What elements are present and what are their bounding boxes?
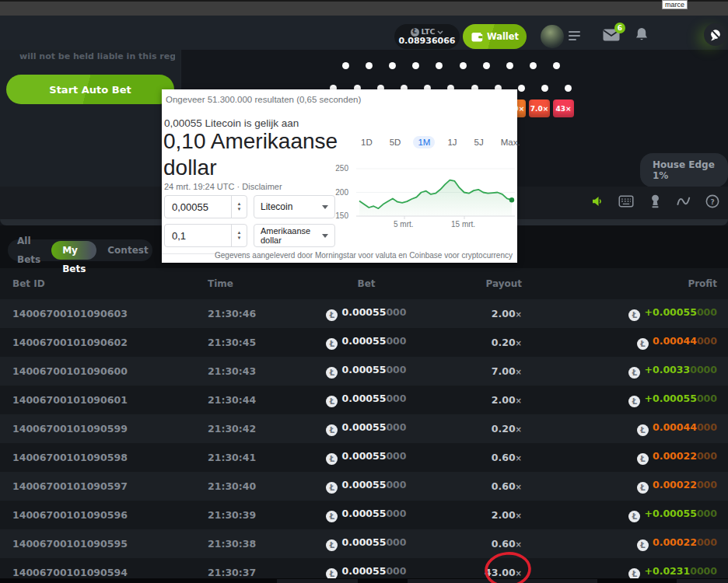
ltc-coin-icon: Ł	[628, 367, 640, 379]
sound-button[interactable]	[590, 194, 605, 209]
plinko-peg	[483, 62, 490, 69]
col-bet-id: Bet ID	[0, 278, 195, 289]
y-tick-250: 250	[334, 164, 348, 173]
plinko-peg	[518, 85, 525, 92]
chart-range-tab-1m[interactable]: 1M	[413, 136, 435, 148]
plinko-peg	[436, 62, 443, 69]
bet-id: 14006700101090594	[0, 567, 195, 578]
hotkeys-button[interactable]	[618, 194, 634, 209]
bets-table: Bet ID Time Bet Payout Profit 1400670010…	[0, 268, 728, 583]
bet-id: 14006700101090600	[0, 365, 195, 377]
bet-payout: 0.20×	[444, 337, 545, 348]
next-row-sliver	[0, 578, 728, 583]
bet-payout: 2.00×	[444, 308, 545, 319]
table-row[interactable]: 1400670010109059721:30:40Ł0.000550000.60…	[0, 472, 728, 501]
bet-time: 21:30:45	[195, 337, 289, 348]
plinko-peg	[565, 85, 572, 92]
spinner-to[interactable]: ▲▼	[231, 225, 247, 246]
chart-range-tab-1j[interactable]: 1J	[443, 136, 461, 148]
bet-profit: Ł+0.00055000	[545, 393, 728, 407]
avatar[interactable]	[541, 25, 564, 48]
unit-to-select[interactable]: Amerikaanse dollar	[254, 224, 335, 247]
table-row[interactable]: 1400670010109059921:30:42Ł0.000550000.20…	[0, 414, 728, 443]
table-row[interactable]: 1400670010109059521:30:38Ł0.000550000.60…	[0, 529, 728, 558]
spinner-from[interactable]: ▲▼	[231, 196, 247, 218]
wallet-button[interactable]: Wallet	[463, 24, 527, 49]
plinko-peg	[553, 62, 560, 69]
tab-my-bets[interactable]: My Bets	[51, 241, 96, 260]
live-stats-button[interactable]	[676, 194, 691, 209]
table-row[interactable]: 1400670010109059621:30:39Ł0.000550002.00…	[0, 501, 728, 529]
bet-payout: 0.20×	[444, 423, 545, 435]
bet-payout: 0.60×	[444, 538, 545, 550]
bet-payout: 7.00×	[444, 365, 545, 377]
chart-range-tab-max[interactable]: Max.	[496, 136, 525, 148]
bet-amount: Ł0.00055000	[289, 306, 444, 321]
bet-profit: Ł+0.00330000	[545, 364, 728, 379]
chart-range-tab-5j[interactable]: 5J	[470, 136, 488, 148]
ltc-coin-icon: Ł	[628, 309, 640, 321]
ltc-coin-icon: Ł	[637, 482, 649, 494]
disclaimer-link[interactable]: Disclaimer	[242, 182, 282, 191]
bet-amount: Ł0.00055000	[289, 393, 444, 407]
table-row[interactable]: 1400670010109059821:30:41Ł0.000550000.60…	[0, 443, 728, 472]
table-header-row: Bet ID Time Bet Payout Profit	[0, 268, 728, 299]
chart-range-tab-5d[interactable]: 5D	[385, 136, 406, 148]
bet-amount: Ł0.00055000	[289, 364, 444, 379]
house-edge-badge[interactable]: House Edge 1%	[640, 153, 728, 187]
currency-selector[interactable]: Ł LTC 0.08936066	[394, 24, 460, 49]
table-row[interactable]: 1400670010109060321:30:46Ł0.000550002.00…	[0, 299, 728, 328]
ltc-coin-icon: Ł	[411, 28, 419, 37]
multiplier-badge: 7.0×	[529, 99, 550, 117]
plinko-peg	[530, 62, 537, 69]
bet-amount: Ł0.00055000	[289, 421, 444, 436]
chat-toggle-button[interactable]	[704, 23, 726, 46]
amount-from-field[interactable]: ▲▼	[164, 195, 247, 218]
ltc-coin-icon: Ł	[628, 396, 640, 407]
ltc-coin-icon: Ł	[326, 309, 338, 321]
amount-to-input[interactable]	[165, 230, 231, 242]
ltc-coin-icon: Ł	[326, 424, 338, 436]
wallet-icon	[471, 31, 483, 42]
table-row[interactable]: 1400670010109060021:30:43Ł0.000550007.00…	[0, 357, 728, 386]
bet-id: 14006700101090603	[0, 308, 195, 319]
menu-icon[interactable]	[569, 31, 582, 42]
search-stats: Ongeveer 51.300.000 resultaten (0,65 sec…	[166, 95, 361, 104]
bet-time: 21:30:44	[195, 394, 289, 406]
caret-down-icon	[322, 205, 328, 209]
bet-amount: Ł0.00055000	[289, 335, 444, 350]
bet-time: 21:30:39	[195, 509, 289, 521]
table-row[interactable]: 1400670010109060221:30:45Ł0.000550000.20…	[0, 328, 728, 357]
unit-from-select[interactable]: Litecoin	[254, 195, 335, 218]
help-button[interactable]: ?	[705, 194, 720, 209]
bet-payout: 43.00×	[444, 567, 545, 578]
bet-payout: 0.60×	[444, 452, 545, 463]
squiggle-stats-icon	[676, 195, 691, 208]
table-row[interactable]: 1400670010109060121:30:44Ł0.000550002.00…	[0, 386, 728, 414]
amount-to-field[interactable]: ▲▼	[164, 224, 247, 247]
fairness-button[interactable]	[647, 194, 663, 209]
bet-id: 14006700101090602	[0, 337, 195, 348]
bet-id: 14006700101090601	[0, 394, 195, 406]
ltc-coin-icon: Ł	[326, 338, 338, 350]
tab-all-bets[interactable]: All Bets	[8, 232, 50, 269]
chart-range-tab-1d[interactable]: 1D	[356, 136, 377, 148]
mail-icon[interactable]: 6	[603, 29, 620, 44]
col-profit: Profit	[545, 278, 728, 289]
bet-time: 21:30:38	[195, 538, 289, 550]
start-auto-bet-button[interactable]: Start Auto Bet	[6, 75, 174, 104]
bet-amount: Ł0.00055000	[289, 479, 444, 494]
bet-amount: Ł0.00055000	[289, 450, 444, 465]
tab-contest[interactable]: Contest	[98, 241, 157, 260]
x-tick-5mrt: 5 mrt.	[394, 220, 414, 229]
x-tick-15mrt: 15 mrt.	[451, 220, 475, 229]
ltc-coin-icon: Ł	[637, 424, 649, 436]
bet-payout: 2.00×	[444, 394, 545, 406]
keyboard-icon	[618, 195, 634, 208]
casino-page: marce Ł LTC 0.08936066 Wallet 6	[0, 0, 728, 583]
bet-time: 21:30:40	[195, 480, 289, 492]
bet-profit: Ł+0.00055000	[545, 508, 728, 522]
bell-icon[interactable]	[635, 27, 648, 44]
amount-from-input[interactable]	[165, 201, 231, 213]
plinko-peg	[412, 62, 419, 69]
